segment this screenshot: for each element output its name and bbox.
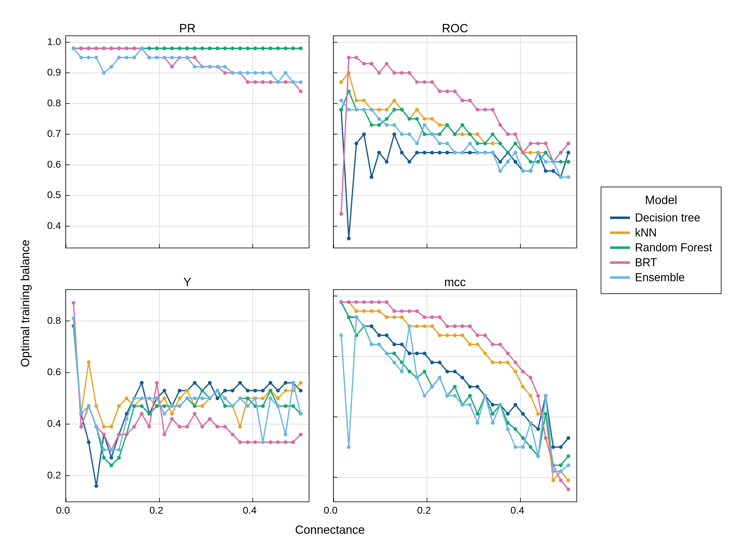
series-marker (109, 65, 113, 69)
series-marker (193, 381, 197, 385)
series-marker (170, 404, 174, 408)
plot-area (334, 290, 576, 502)
series-marker (178, 389, 181, 392)
x-tick-label: 0.0 (324, 505, 337, 516)
series-marker (385, 123, 388, 127)
x-axis-label: Connectance (66, 523, 594, 537)
series-marker (566, 463, 570, 467)
series-marker (453, 324, 457, 328)
series-marker (551, 479, 555, 482)
series-marker (155, 56, 159, 59)
series-marker (178, 404, 181, 408)
series-marker (109, 456, 113, 459)
series-marker (355, 300, 358, 304)
series-marker (536, 412, 540, 416)
series-marker (155, 46, 159, 50)
series-marker (559, 445, 563, 449)
series-marker (468, 132, 472, 136)
series-marker (246, 46, 250, 50)
series-marker (521, 436, 525, 440)
series-marker (94, 484, 98, 488)
series-marker (423, 370, 427, 373)
series-marker (94, 46, 98, 50)
series-marker (529, 394, 533, 398)
series-marker (162, 46, 166, 50)
series-marker (438, 132, 442, 136)
series-marker (355, 309, 358, 313)
series-marker (125, 417, 129, 421)
series-marker (453, 334, 457, 337)
series-marker (491, 141, 495, 145)
series-marker (461, 123, 464, 127)
series-marker (208, 65, 212, 69)
series-marker (299, 389, 303, 392)
series-marker (400, 315, 404, 319)
series-marker (79, 425, 83, 429)
series-marker (216, 425, 220, 429)
series-marker (415, 376, 419, 379)
series-marker (117, 432, 121, 436)
series-marker (238, 381, 242, 385)
series-marker (461, 99, 464, 102)
legend-swatch (610, 216, 630, 219)
series-marker (284, 432, 287, 436)
series-marker (461, 403, 464, 407)
series-marker (566, 151, 570, 155)
series-marker (475, 421, 479, 425)
series-marker (261, 404, 265, 408)
legend-swatch (610, 261, 630, 264)
legend: Model Decision treekNNRandom ForestBRTEn… (601, 187, 721, 294)
y-tick-label: 0.6 (47, 159, 61, 170)
series-marker (400, 343, 404, 346)
series-marker (438, 141, 442, 145)
series-marker (521, 385, 525, 389)
series-marker (453, 132, 457, 136)
series-marker (339, 334, 343, 337)
series-marker (94, 404, 98, 408)
series-marker (370, 175, 374, 179)
series-marker (117, 56, 121, 59)
series-marker (483, 141, 487, 145)
series-marker (407, 132, 411, 136)
series-marker (362, 300, 366, 304)
series-marker (423, 151, 427, 155)
series-marker (415, 324, 419, 328)
series-marker (193, 412, 197, 416)
series-marker (498, 141, 502, 145)
series-marker (475, 334, 479, 337)
series-marker (246, 389, 250, 392)
y-tick-label: 0.2 (47, 470, 61, 481)
series-marker (430, 324, 434, 328)
series-marker (268, 80, 272, 84)
series-marker (208, 381, 212, 385)
series-marker (201, 65, 204, 69)
series-marker (268, 381, 272, 385)
series-marker (407, 370, 411, 373)
series-marker (559, 470, 563, 473)
series-marker (566, 436, 570, 440)
series-marker (109, 425, 113, 429)
series-marker (125, 46, 129, 50)
series-marker (109, 463, 113, 467)
series-marker (423, 351, 427, 355)
series-marker (291, 404, 295, 408)
series-marker (231, 71, 234, 75)
series-marker (392, 132, 396, 136)
series-marker (529, 160, 533, 164)
series-marker (201, 404, 204, 408)
legend-label: Decision tree (635, 211, 700, 224)
series-marker (551, 445, 555, 449)
series-marker (445, 141, 449, 145)
plot-area (66, 36, 309, 248)
series-marker (339, 80, 343, 84)
series-marker (253, 71, 257, 75)
series-marker (392, 343, 396, 346)
series-marker (468, 385, 472, 389)
series-marker (201, 389, 204, 392)
series-marker (253, 80, 257, 84)
series-marker (201, 46, 204, 50)
series-marker (201, 425, 204, 429)
series-marker (498, 343, 502, 346)
legend-row: Ensemble (610, 271, 712, 284)
series-marker (208, 417, 212, 421)
